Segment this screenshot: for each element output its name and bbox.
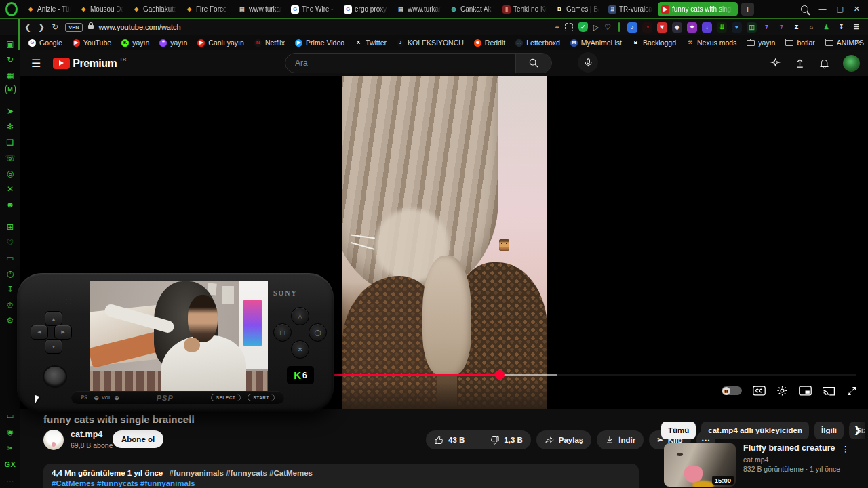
profile-extension-icon[interactable]: ♟	[821, 22, 831, 33]
cast-icon[interactable]	[823, 386, 835, 396]
favorites-icon[interactable]: ♡	[4, 237, 16, 248]
channel-name[interactable]: cat.mp4	[71, 430, 102, 439]
forward-button[interactable]: ❯	[38, 23, 45, 31]
gg-extension-icon[interactable]: ◫	[747, 22, 757, 33]
related-video-thumbnail[interactable]: 15:00	[664, 443, 736, 487]
gx-logo[interactable]: GX	[4, 459, 16, 470]
miniplayer-icon[interactable]	[799, 386, 812, 396]
dislike-button[interactable]: 1,3 B	[481, 430, 531, 449]
browser-menu-icon[interactable]: ☰	[851, 22, 861, 33]
bookmark-item[interactable]: ▶ Canlı yayın	[197, 39, 244, 47]
channel-avatar[interactable]	[43, 430, 64, 450]
browser-tab[interactable]: ▮ Tenki no Ko iz	[499, 2, 551, 16]
browser-tab[interactable]: G The Wire - Go	[288, 2, 339, 16]
speaker-extension-icon[interactable]: ♪	[627, 22, 637, 33]
download-button[interactable]: İndir	[597, 430, 644, 449]
fullscreen-icon[interactable]	[846, 386, 857, 396]
psp-webcam-overlay[interactable]: • •• • ▲ ◀ ▶ ▼ SONY △ ▢ ◯ ✕ K 6 PS ⊖ VOL…	[17, 273, 334, 412]
camera-icon[interactable]: ◉	[4, 426, 16, 438]
filter-chip[interactable]: Tümü	[661, 422, 696, 439]
filter-chip[interactable]: İlgili	[814, 422, 844, 439]
browser-tab[interactable]: ♖ TR-vuralcank	[605, 2, 656, 16]
purple-cam-extension-icon[interactable]: ✦	[687, 22, 697, 33]
history-icon[interactable]: ↻	[4, 54, 16, 65]
heart-extension-icon[interactable]: ♥	[732, 22, 742, 33]
browser-tab[interactable]: ▤ www.turkanim	[393, 2, 445, 16]
apps-grid-icon[interactable]: ⊞	[4, 221, 16, 232]
bookmark-item[interactable]: K yayın	[121, 39, 149, 47]
gx-corner-icon[interactable]: ▣	[4, 38, 16, 49]
zotero-extension-icon[interactable]: Z	[791, 22, 802, 33]
back-button[interactable]: ❮	[24, 23, 31, 31]
downloads-tray-icon[interactable]: ↧	[836, 22, 846, 33]
browser-tab[interactable]: ◆ Anizle - Türkç	[23, 2, 75, 16]
dice-extension-icon[interactable]: ◆	[672, 22, 682, 33]
bookmark-item[interactable]: B Backloggd	[632, 39, 676, 47]
pointer-app-icon[interactable]: ➤	[4, 105, 16, 117]
browser-tab[interactable]: ◍ Cankat Aki's V	[446, 2, 498, 16]
browser-tab[interactable]: ▶ funny cats with single b	[658, 2, 738, 16]
speed-dial-icon[interactable]: ▷	[593, 24, 599, 31]
share-button[interactable]: Paylaş	[536, 430, 591, 449]
tab-search-icon[interactable]	[801, 5, 808, 13]
maximize-button[interactable]: ▢	[836, 5, 843, 13]
youtube-logo[interactable]: Premium TR	[53, 58, 126, 69]
related-video-channel[interactable]: cat.mp4	[743, 455, 768, 464]
settings-icon[interactable]: ⚙	[4, 314, 16, 326]
bookmark-item[interactable]: ▶ YouTube	[73, 39, 111, 47]
bookmark-item[interactable]: M MyAnimeList	[570, 39, 622, 47]
browser-tab[interactable]: ◆ Mousou Dairi	[76, 2, 127, 16]
panels-icon[interactable]: ▭	[4, 252, 16, 264]
bookmark-item[interactable]: botlar	[785, 39, 814, 47]
search-button[interactable]	[515, 54, 551, 73]
browser-tab[interactable]: G ergo proxy - C	[340, 2, 392, 16]
like-button[interactable]: 43 B	[426, 430, 473, 449]
browser-tab[interactable]: ◆ Fire Force 2. S	[182, 2, 233, 16]
bookmark-item[interactable]: G Google	[28, 39, 62, 47]
discord-icon[interactable]: ☻	[4, 199, 16, 210]
lock-icon[interactable]	[88, 25, 94, 29]
chatgpt-icon[interactable]: ✻	[4, 121, 16, 132]
new-tab-button[interactable]: +	[741, 3, 754, 16]
pepper-extension-icon[interactable]: ▼	[657, 22, 667, 33]
browser-tab[interactable]: ◆ Gachiakuta 6.	[129, 2, 180, 16]
guide-menu-icon[interactable]: ☰	[31, 57, 41, 70]
chips-scroll-arrow[interactable]: ❯	[854, 425, 861, 435]
twitch-icon[interactable]: ❑	[4, 136, 16, 148]
settings-gear-icon[interactable]	[776, 385, 788, 396]
mod-store-icon[interactable]: M	[5, 85, 16, 94]
whatsapp-icon[interactable]: ☏	[4, 152, 16, 163]
x-twitter-icon[interactable]: ✕	[4, 183, 16, 195]
bookmarks-overflow-chevron[interactable]: »	[856, 37, 861, 47]
bookmark-item[interactable]: X Twitter	[355, 39, 387, 47]
filter-chip[interactable]: cat.mp4 adlı yükleyiciden	[701, 422, 809, 439]
pin-icon[interactable]: ⌖	[555, 24, 559, 31]
bookmark-item[interactable]: ♪ KOLEKSİYONCU	[397, 39, 464, 47]
instagram-icon[interactable]: ◎	[4, 167, 16, 179]
adblock-shield-icon[interactable]: ✓	[578, 22, 588, 32]
opera-menu-button[interactable]	[0, 2, 23, 16]
description-box[interactable]: 4,4 Mn görüntüleme 1 yıl önce #funnyanim…	[43, 464, 639, 488]
vpn-badge[interactable]: VPN	[65, 23, 82, 32]
browser-tab[interactable]: B Games | Back	[552, 2, 604, 16]
account-avatar[interactable]	[843, 55, 860, 72]
video-frame[interactable]	[342, 76, 547, 409]
bookmark-item[interactable]: N Netflix	[254, 39, 285, 47]
description-tags[interactable]: #funnyanimals #funnycats #CatMemes	[169, 469, 313, 477]
related-video-title[interactable]: Fluffy brained creature	[743, 443, 838, 454]
create-icon[interactable]	[770, 58, 781, 69]
browser-tab[interactable]: ▤ www.turkanim	[235, 2, 286, 16]
progress-scrubber[interactable]	[495, 370, 505, 380]
bookmark-item[interactable]: ❝ yayın	[159, 39, 187, 47]
seventv-extension-icon[interactable]: 7	[762, 22, 772, 33]
gx-control-icon[interactable]: ▦	[4, 69, 16, 81]
home-extension-icon[interactable]: ⌂	[806, 22, 816, 33]
selection-capture-icon[interactable]	[565, 23, 573, 31]
notifications-icon[interactable]	[818, 58, 830, 69]
subtitles-icon[interactable]	[753, 386, 766, 396]
bookmark-item[interactable]: yayın	[747, 39, 775, 47]
snip-icon[interactable]: ✂	[4, 443, 16, 454]
close-button[interactable]: ✕	[854, 5, 860, 13]
bookmark-item[interactable]: ▶ Prime Video	[295, 39, 344, 47]
bookmark-item[interactable]: ∴ Letterboxd	[515, 39, 560, 47]
